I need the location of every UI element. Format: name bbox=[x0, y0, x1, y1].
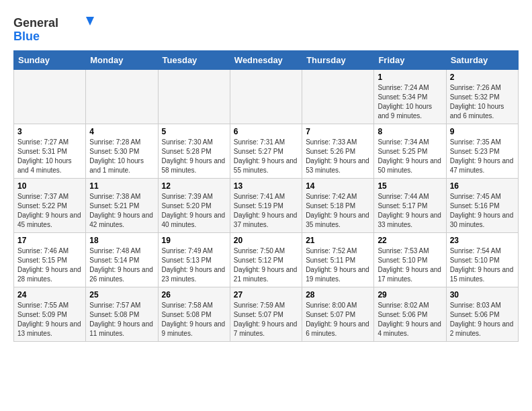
day-number: 11 bbox=[89, 181, 154, 191]
calendar-cell: 28Sunrise: 8:00 AM Sunset: 5:07 PM Dayli… bbox=[302, 287, 374, 342]
logo-svg: General Blue bbox=[13, 13, 101, 44]
day-info: Sunrise: 7:28 AM Sunset: 5:30 PM Dayligh… bbox=[89, 138, 154, 175]
calendar-cell bbox=[86, 70, 158, 124]
calendar-cell bbox=[158, 70, 230, 124]
day-number: 24 bbox=[17, 290, 82, 300]
day-number: 5 bbox=[162, 127, 226, 136]
calendar-cell: 18Sunrise: 7:48 AM Sunset: 5:14 PM Dayli… bbox=[86, 233, 158, 287]
calendar-cell: 11Sunrise: 7:38 AM Sunset: 5:21 PM Dayli… bbox=[86, 179, 158, 233]
day-number: 9 bbox=[450, 127, 515, 136]
calendar-header-row: SundayMondayTuesdayWednesdayThursdayFrid… bbox=[14, 51, 519, 70]
day-info: Sunrise: 7:34 AM Sunset: 5:25 PM Dayligh… bbox=[378, 138, 442, 175]
day-info: Sunrise: 7:33 AM Sunset: 5:26 PM Dayligh… bbox=[306, 138, 370, 175]
calendar-cell: 22Sunrise: 7:53 AM Sunset: 5:10 PM Dayli… bbox=[374, 233, 446, 287]
day-number: 16 bbox=[450, 181, 515, 191]
calendar-cell: 5Sunrise: 7:30 AM Sunset: 5:28 PM Daylig… bbox=[158, 124, 230, 179]
day-number: 10 bbox=[17, 181, 82, 191]
day-number: 1 bbox=[378, 73, 442, 82]
calendar-cell bbox=[14, 70, 86, 124]
day-info: Sunrise: 7:50 AM Sunset: 5:12 PM Dayligh… bbox=[234, 246, 298, 284]
calendar-cell: 17Sunrise: 7:46 AM Sunset: 5:15 PM Dayli… bbox=[14, 233, 86, 287]
calendar-cell: 3Sunrise: 7:27 AM Sunset: 5:31 PM Daylig… bbox=[14, 124, 86, 179]
day-number: 21 bbox=[306, 236, 370, 245]
day-number: 4 bbox=[89, 127, 154, 136]
day-number: 13 bbox=[234, 181, 298, 191]
day-of-week-thursday: Thursday bbox=[302, 51, 374, 70]
calendar-cell: 10Sunrise: 7:37 AM Sunset: 5:22 PM Dayli… bbox=[14, 179, 86, 233]
day-info: Sunrise: 7:53 AM Sunset: 5:10 PM Dayligh… bbox=[378, 246, 442, 284]
calendar-cell: 16Sunrise: 7:45 AM Sunset: 5:16 PM Dayli… bbox=[446, 179, 518, 233]
logo: General Blue bbox=[13, 13, 101, 44]
calendar-cell: 7Sunrise: 7:33 AM Sunset: 5:26 PM Daylig… bbox=[302, 124, 374, 179]
day-number: 22 bbox=[378, 236, 442, 245]
calendar-cell: 1Sunrise: 7:24 AM Sunset: 5:34 PM Daylig… bbox=[374, 70, 446, 124]
day-number: 25 bbox=[89, 290, 154, 300]
calendar-week-row: 24Sunrise: 7:55 AM Sunset: 5:09 PM Dayli… bbox=[14, 287, 519, 342]
day-info: Sunrise: 7:59 AM Sunset: 5:07 PM Dayligh… bbox=[234, 301, 298, 338]
calendar-cell: 24Sunrise: 7:55 AM Sunset: 5:09 PM Dayli… bbox=[14, 287, 86, 342]
calendar-cell: 14Sunrise: 7:42 AM Sunset: 5:18 PM Dayli… bbox=[302, 179, 374, 233]
calendar-cell: 15Sunrise: 7:44 AM Sunset: 5:17 PM Dayli… bbox=[374, 179, 446, 233]
calendar-table: SundayMondayTuesdayWednesdayThursdayFrid… bbox=[13, 50, 519, 342]
calendar-week-row: 3Sunrise: 7:27 AM Sunset: 5:31 PM Daylig… bbox=[14, 124, 519, 179]
day-info: Sunrise: 7:46 AM Sunset: 5:15 PM Dayligh… bbox=[17, 246, 82, 284]
day-number: 28 bbox=[306, 290, 370, 300]
day-info: Sunrise: 7:52 AM Sunset: 5:11 PM Dayligh… bbox=[306, 246, 370, 284]
calendar-cell: 21Sunrise: 7:52 AM Sunset: 5:11 PM Dayli… bbox=[302, 233, 374, 287]
day-number: 2 bbox=[450, 73, 515, 82]
calendar-week-row: 17Sunrise: 7:46 AM Sunset: 5:15 PM Dayli… bbox=[14, 233, 519, 287]
calendar-cell: 25Sunrise: 7:57 AM Sunset: 5:08 PM Dayli… bbox=[86, 287, 158, 342]
day-info: Sunrise: 7:24 AM Sunset: 5:34 PM Dayligh… bbox=[378, 83, 442, 121]
calendar-cell: 19Sunrise: 7:49 AM Sunset: 5:13 PM Dayli… bbox=[158, 233, 230, 287]
day-of-week-tuesday: Tuesday bbox=[158, 51, 230, 70]
calendar-cell: 6Sunrise: 7:31 AM Sunset: 5:27 PM Daylig… bbox=[230, 124, 302, 179]
day-number: 19 bbox=[162, 236, 226, 245]
calendar-cell: 2Sunrise: 7:26 AM Sunset: 5:32 PM Daylig… bbox=[446, 70, 518, 124]
day-info: Sunrise: 7:48 AM Sunset: 5:14 PM Dayligh… bbox=[89, 246, 154, 284]
day-number: 27 bbox=[234, 290, 298, 300]
day-info: Sunrise: 8:03 AM Sunset: 5:06 PM Dayligh… bbox=[450, 301, 515, 338]
calendar-cell: 12Sunrise: 7:39 AM Sunset: 5:20 PM Dayli… bbox=[158, 179, 230, 233]
calendar-cell: 8Sunrise: 7:34 AM Sunset: 5:25 PM Daylig… bbox=[374, 124, 446, 179]
calendar-cell: 4Sunrise: 7:28 AM Sunset: 5:30 PM Daylig… bbox=[86, 124, 158, 179]
day-info: Sunrise: 7:38 AM Sunset: 5:21 PM Dayligh… bbox=[89, 192, 154, 230]
day-of-week-sunday: Sunday bbox=[14, 51, 86, 70]
day-info: Sunrise: 7:41 AM Sunset: 5:19 PM Dayligh… bbox=[234, 192, 298, 230]
day-number: 17 bbox=[17, 236, 82, 245]
calendar-cell: 27Sunrise: 7:59 AM Sunset: 5:07 PM Dayli… bbox=[230, 287, 302, 342]
day-info: Sunrise: 7:49 AM Sunset: 5:13 PM Dayligh… bbox=[162, 246, 226, 284]
day-number: 29 bbox=[378, 290, 442, 300]
day-number: 15 bbox=[378, 181, 442, 191]
calendar-cell: 23Sunrise: 7:54 AM Sunset: 5:10 PM Dayli… bbox=[446, 233, 518, 287]
day-info: Sunrise: 8:02 AM Sunset: 5:06 PM Dayligh… bbox=[378, 301, 442, 338]
calendar-cell: 30Sunrise: 8:03 AM Sunset: 5:06 PM Dayli… bbox=[446, 287, 518, 342]
day-of-week-monday: Monday bbox=[86, 51, 158, 70]
day-number: 14 bbox=[306, 181, 370, 191]
svg-marker-2 bbox=[86, 17, 94, 26]
svg-text:General: General bbox=[13, 16, 58, 30]
calendar-week-row: 1Sunrise: 7:24 AM Sunset: 5:34 PM Daylig… bbox=[14, 70, 519, 124]
day-number: 6 bbox=[234, 127, 298, 136]
day-info: Sunrise: 8:00 AM Sunset: 5:07 PM Dayligh… bbox=[306, 301, 370, 338]
calendar-cell: 9Sunrise: 7:35 AM Sunset: 5:23 PM Daylig… bbox=[446, 124, 518, 179]
day-info: Sunrise: 7:31 AM Sunset: 5:27 PM Dayligh… bbox=[234, 138, 298, 175]
day-of-week-wednesday: Wednesday bbox=[230, 51, 302, 70]
calendar-cell bbox=[230, 70, 302, 124]
day-info: Sunrise: 7:26 AM Sunset: 5:32 PM Dayligh… bbox=[450, 83, 515, 121]
day-info: Sunrise: 7:55 AM Sunset: 5:09 PM Dayligh… bbox=[17, 301, 82, 338]
calendar-cell bbox=[302, 70, 374, 124]
day-info: Sunrise: 7:37 AM Sunset: 5:22 PM Dayligh… bbox=[17, 192, 82, 230]
day-info: Sunrise: 7:54 AM Sunset: 5:10 PM Dayligh… bbox=[450, 246, 515, 284]
day-number: 8 bbox=[378, 127, 442, 136]
day-number: 3 bbox=[17, 127, 82, 136]
day-number: 30 bbox=[450, 290, 515, 300]
day-info: Sunrise: 7:45 AM Sunset: 5:16 PM Dayligh… bbox=[450, 192, 515, 230]
day-info: Sunrise: 7:27 AM Sunset: 5:31 PM Dayligh… bbox=[17, 138, 82, 175]
calendar-cell: 29Sunrise: 8:02 AM Sunset: 5:06 PM Dayli… bbox=[374, 287, 446, 342]
day-number: 26 bbox=[162, 290, 226, 300]
day-number: 20 bbox=[234, 236, 298, 245]
day-number: 7 bbox=[306, 127, 370, 136]
svg-text:Blue: Blue bbox=[13, 30, 40, 43]
day-info: Sunrise: 7:30 AM Sunset: 5:28 PM Dayligh… bbox=[162, 138, 226, 175]
day-info: Sunrise: 7:44 AM Sunset: 5:17 PM Dayligh… bbox=[378, 192, 442, 230]
